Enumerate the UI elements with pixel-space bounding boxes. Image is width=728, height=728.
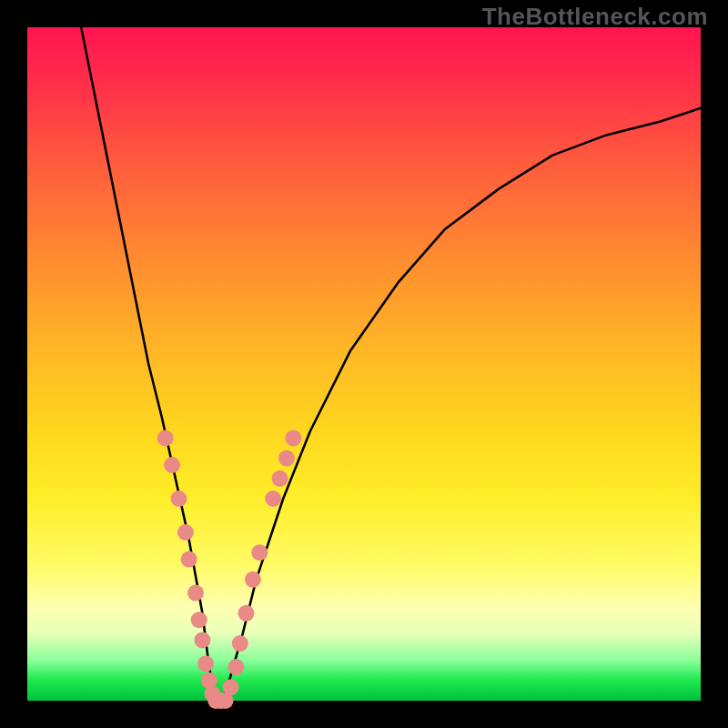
highlight-dot [228,659,244,675]
highlight-dot [265,490,281,507]
chart-frame: TheBottleneck.com [0,0,728,728]
highlight-dot [251,544,268,561]
highlight-dots [157,430,302,709]
plot-area [27,27,701,701]
chart-svg [27,27,701,701]
highlight-dot [177,524,194,541]
highlight-dot [187,585,204,602]
highlight-dot [157,430,174,446]
highlight-dot [194,632,210,648]
highlight-dot [232,635,248,652]
highlight-dot [272,470,288,487]
highlight-dot [191,612,207,628]
highlight-dot [238,605,255,622]
highlight-dot [245,571,261,588]
highlight-dot [223,679,239,695]
highlight-dot [278,450,295,467]
highlight-dot [285,430,301,446]
highlight-dot [181,551,197,568]
bottleneck-curve [81,27,701,701]
highlight-dot [197,655,214,672]
highlight-dot [164,457,180,473]
highlight-dot [171,490,187,507]
